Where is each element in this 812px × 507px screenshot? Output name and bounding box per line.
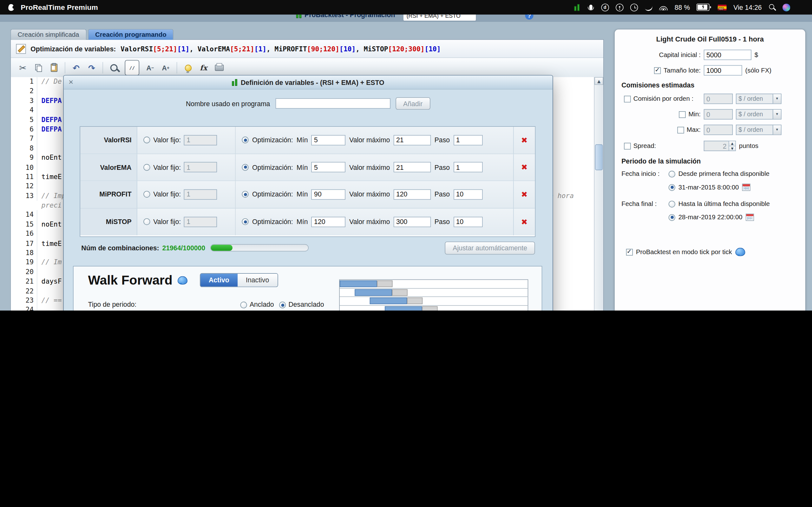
end-last-available-radio[interactable] — [669, 201, 675, 207]
optimization-radio[interactable] — [242, 164, 248, 170]
optimization-radio[interactable] — [242, 136, 248, 143]
delete-variable-button[interactable]: ✖ — [521, 217, 528, 226]
tick-mode-help-icon[interactable] — [735, 248, 745, 256]
commission-min-unit-select[interactable]: $ / orden▾ — [736, 109, 781, 119]
max-input[interactable] — [394, 189, 431, 200]
step-input[interactable] — [454, 162, 483, 172]
font-larger-icon[interactable]: A+ — [161, 62, 170, 73]
optimization-radio[interactable] — [242, 191, 248, 198]
battery-percent[interactable]: 88 % — [675, 3, 690, 11]
font-smaller-icon[interactable]: A− — [146, 62, 155, 73]
anchored-radio[interactable] — [241, 302, 247, 308]
spread-checkbox[interactable] — [624, 143, 630, 149]
stepper-down-icon[interactable]: ▼ — [729, 146, 735, 151]
min-input[interactable] — [311, 189, 346, 200]
auto-adjust-button[interactable]: Ajustar automáticamente — [445, 241, 535, 255]
chevron-down-icon[interactable]: ▾ — [773, 94, 781, 103]
unanchored-radio[interactable] — [279, 302, 286, 308]
apple-menu-icon[interactable] — [7, 2, 14, 13]
step-input[interactable] — [454, 135, 483, 146]
fixed-value-input[interactable] — [184, 162, 217, 172]
delete-variable-button[interactable]: ✖ — [521, 135, 528, 145]
end-date-radio[interactable] — [669, 214, 675, 221]
help-icon[interactable]: ? — [525, 14, 534, 20]
chevron-down-icon[interactable]: ▾ — [773, 110, 781, 119]
fixed-value-radio[interactable] — [143, 191, 150, 198]
max-input[interactable] — [394, 135, 431, 146]
comment-icon[interactable]: // — [125, 60, 139, 75]
tick-mode-checkbox[interactable] — [626, 248, 633, 255]
stepper-up-icon[interactable]: ▲ — [729, 141, 735, 146]
accessibility-icon[interactable] — [616, 3, 623, 11]
in-sample-bar — [370, 297, 407, 304]
menu-clock[interactable]: Vie 14:26 — [733, 3, 762, 11]
end-calendar-icon[interactable] — [746, 214, 754, 221]
variables-tool-icon[interactable] — [16, 44, 26, 54]
commission-min-checkbox[interactable] — [679, 111, 686, 118]
print-icon[interactable] — [214, 62, 223, 73]
start-first-available-radio[interactable] — [669, 170, 675, 177]
start-date-radio[interactable] — [669, 184, 675, 190]
menu-app-name[interactable]: ProRealTime Premium — [20, 3, 98, 11]
walk-forward-inactive-button[interactable]: Inactivo — [238, 274, 277, 287]
min-input[interactable] — [311, 135, 346, 146]
commission-min-input[interactable] — [704, 109, 733, 119]
min-input[interactable] — [311, 217, 346, 227]
fixed-value-input[interactable] — [184, 135, 217, 146]
prorealtime-status-icon[interactable] — [573, 2, 580, 13]
tab-creacion-programando[interactable]: Creación programando — [88, 29, 173, 40]
hint-bulb-icon[interactable] — [183, 62, 193, 73]
program-select[interactable]: (RSI + EMA) + ESTO — [403, 14, 476, 21]
add-variable-button[interactable]: Añadir — [396, 97, 430, 110]
max-input[interactable] — [394, 162, 431, 172]
lot-size-input[interactable] — [704, 65, 742, 76]
fixed-value-radio[interactable] — [143, 218, 150, 225]
walk-forward-active-button[interactable]: Activo — [200, 274, 238, 287]
commission-max-unit-select[interactable]: $ / orden▾ — [736, 124, 781, 135]
delete-variable-button[interactable]: ✖ — [521, 163, 528, 172]
shortcuts-icon[interactable] — [644, 3, 653, 12]
min-input[interactable] — [311, 162, 346, 172]
optimization-radio[interactable] — [242, 218, 248, 225]
zoom-icon[interactable] — [109, 62, 118, 73]
scroll-up-icon[interactable]: ▲ — [595, 77, 603, 84]
step-input[interactable] — [454, 189, 483, 200]
fixed-value-radio[interactable] — [143, 136, 150, 143]
walk-forward-help-icon[interactable] — [177, 276, 188, 284]
commission-input[interactable] — [704, 94, 733, 104]
microphone-icon[interactable] — [587, 2, 595, 13]
capital-input[interactable] — [704, 50, 751, 60]
max-input[interactable] — [394, 217, 431, 227]
input-source-flag-icon[interactable]: ISO — [718, 4, 727, 10]
paste-icon[interactable] — [49, 62, 58, 73]
wifi-icon[interactable] — [659, 4, 668, 10]
commission-unit-select[interactable]: $ / orden▾ — [736, 94, 781, 104]
delete-variable-button[interactable]: ✖ — [521, 190, 528, 199]
siri-icon[interactable] — [782, 3, 790, 11]
name-in-program-input[interactable] — [275, 98, 390, 109]
editor-scrollbar[interactable]: ▲ ▼ — [594, 77, 603, 311]
lot-size-checkbox[interactable] — [654, 67, 661, 73]
function-icon[interactable]: fx — [199, 62, 208, 73]
spread-input[interactable] — [704, 141, 728, 151]
undo-icon[interactable]: ↶ — [71, 62, 81, 73]
control-center-icon[interactable] — [797, 2, 805, 13]
redo-icon[interactable]: ↷ — [87, 62, 96, 73]
fixed-value-radio[interactable] — [143, 164, 150, 170]
history-clock-icon[interactable] — [630, 3, 638, 11]
start-calendar-icon[interactable] — [742, 184, 750, 191]
step-input[interactable] — [454, 217, 483, 227]
copy-icon[interactable] — [34, 62, 43, 73]
spotlight-search-icon[interactable] — [768, 3, 776, 11]
close-dialog-icon[interactable]: ✕ — [68, 78, 73, 87]
commission-max-input[interactable] — [704, 124, 733, 135]
commission-checkbox[interactable] — [624, 95, 630, 102]
scrollbar-thumb[interactable] — [595, 145, 603, 170]
fixed-value-input[interactable] — [184, 189, 217, 200]
tab-creacion-simplificada[interactable]: Creación simplificada — [10, 29, 87, 40]
commission-max-checkbox[interactable] — [677, 126, 684, 133]
fixed-value-input[interactable] — [184, 217, 217, 227]
chevron-down-icon[interactable]: ▾ — [773, 125, 781, 134]
d-circle-icon[interactable]: d — [601, 3, 609, 11]
cut-icon[interactable]: ✂ — [18, 62, 27, 73]
